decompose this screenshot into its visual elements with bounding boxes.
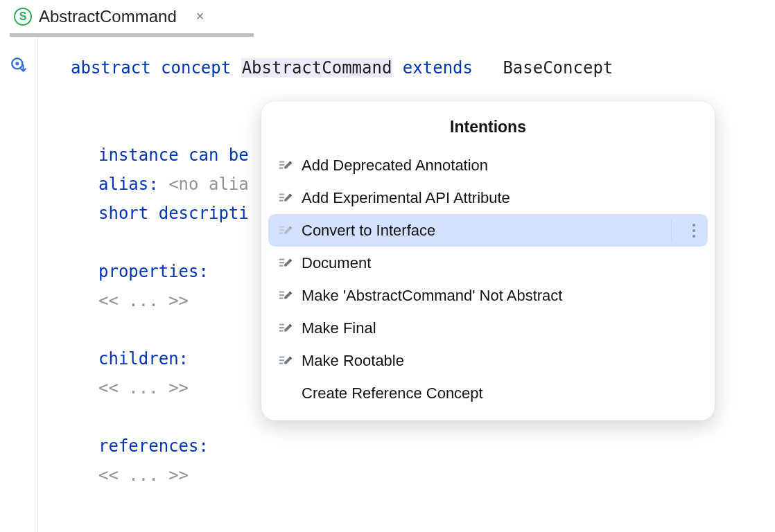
svg-point-1 — [15, 62, 19, 65]
close-icon[interactable]: × — [196, 8, 204, 24]
references-line[interactable]: references: — [37, 432, 775, 461]
keyword-references: references: — [98, 436, 209, 456]
kebab-icon[interactable] — [693, 214, 695, 247]
structure-icon: S — [14, 8, 32, 26]
alias-placeholder[interactable]: <no alia — [168, 175, 249, 194]
keyword-extends: extends — [403, 58, 473, 78]
intention-pencil-icon — [278, 353, 293, 369]
intention-item[interactable]: Add Experimental API Attribute — [268, 181, 708, 214]
intention-item[interactable]: Add Deprecated Annotation — [268, 149, 708, 181]
intention-item[interactable]: Document — [268, 247, 708, 279]
structure-icon-letter: S — [19, 10, 27, 23]
intention-item[interactable]: Make Rootable — [268, 344, 708, 377]
intention-item[interactable]: Convert to Interface — [268, 214, 708, 247]
intention-pencil-icon — [278, 190, 293, 206]
editor-tab[interactable]: S AbstractCommand × — [10, 0, 208, 33]
keyword-properties: properties: — [98, 262, 209, 281]
keyword-alias: alias: — [98, 175, 159, 194]
intention-item[interactable]: Make Final — [268, 312, 708, 344]
intention-pencil-icon — [278, 158, 293, 173]
keyword-concept: concept — [161, 58, 231, 78]
intention-label: Make Rootable — [302, 352, 404, 370]
references-placeholder[interactable]: << ... >> — [37, 461, 775, 490]
intention-item-separator — [671, 220, 672, 241]
keyword-abstract: abstract — [71, 58, 151, 78]
concept-name[interactable]: AbstractCommand — [241, 58, 393, 78]
intention-label: Document — [302, 254, 371, 272]
intention-pencil-icon — [278, 223, 293, 238]
popup-list: Add Deprecated AnnotationAdd Experimenta… — [268, 149, 708, 409]
intention-item[interactable]: Create Reference Concept — [268, 377, 708, 409]
intentions-popup: Intentions Add Deprecated AnnotationAdd … — [261, 101, 715, 420]
intention-label: Make 'AbstractCommand' Not Abstract — [302, 287, 562, 305]
keyword-short-description: short descripti — [98, 204, 249, 223]
keyword-instance: instance can be — [98, 145, 249, 165]
tab-title: AbstractCommand — [39, 7, 177, 26]
intention-pencil-icon — [278, 321, 293, 336]
intention-label: Add Experimental API Attribute — [302, 189, 510, 207]
override-gutter-icon[interactable] — [10, 56, 28, 74]
intention-pencil-icon — [278, 288, 293, 303]
tab-bar: S AbstractCommand × — [0, 0, 775, 33]
declaration-line[interactable]: abstract concept AbstractCommand extends… — [37, 53, 775, 82]
intention-label: Add Deprecated Annotation — [302, 157, 488, 175]
keyword-children: children: — [98, 349, 189, 369]
base-concept[interactable]: BaseConcept — [503, 58, 613, 78]
intention-label: Create Reference Concept — [302, 384, 483, 402]
gutter — [0, 37, 37, 532]
intention-item[interactable]: Make 'AbstractCommand' Not Abstract — [268, 279, 708, 312]
intention-label: Make Final — [302, 319, 376, 337]
intention-pencil-icon — [278, 256, 293, 271]
intention-label: Convert to Interface — [302, 222, 435, 240]
popup-title: Intentions — [268, 111, 708, 149]
